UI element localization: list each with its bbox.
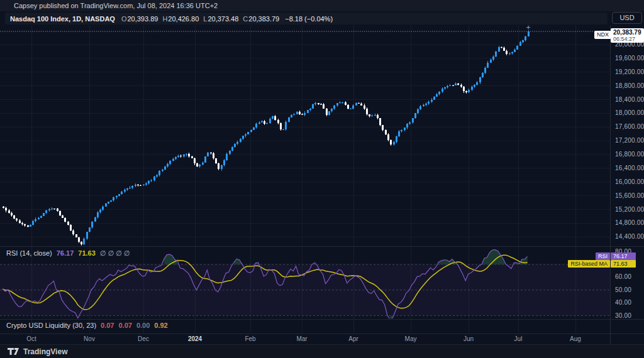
time-tick: Aug (562, 335, 589, 342)
price-tick: 16,000.00 (615, 178, 644, 186)
symbol-axis-label: NDX (594, 31, 611, 39)
rsi-name-badge: RSI (596, 252, 610, 260)
time-tick: May (397, 335, 425, 342)
price-axis[interactable]: 20,000.0019,600.0019,200.0018,800.0018,4… (610, 25, 644, 344)
ohlc-pair: H20,426.80 (162, 15, 199, 23)
symbol-legend: Nasdaq 100 Index, 1D, NASDAQ O20,393.89H… (5, 13, 608, 24)
time-tick: Jul (504, 335, 532, 342)
liquidity-value: 0.00 (136, 322, 150, 329)
time-tick: Apr (340, 335, 367, 342)
rsi-tick: 60.00 (615, 273, 631, 281)
price-tick: 16,800.00 (615, 151, 644, 158)
currency-button[interactable]: USD (612, 12, 642, 24)
price-tick: 19,200.00 (615, 68, 644, 76)
time-tick: Feb (236, 335, 264, 342)
last-price-label: 20,383.79 06:54:27 (611, 28, 644, 43)
price-tick: 15,200.00 (615, 206, 644, 214)
rsi-value: ∅ ∅ ∅ ∅ (100, 249, 130, 257)
rsi-title[interactable]: RSI (14, close) (6, 249, 52, 257)
rsi-values: 76.1771.63∅ ∅ ∅ ∅ (52, 249, 130, 257)
liquidity-value: 0.07 (118, 322, 131, 329)
chart-canvas[interactable] (0, 0, 644, 358)
ohlc-pair: L20,373.48 (203, 15, 238, 23)
price-tick: 14,400.00 (615, 233, 644, 241)
footer-bar: TradingView (0, 344, 644, 358)
price-tick: 17,200.00 (615, 137, 644, 144)
tradingview-logo-icon[interactable] (8, 348, 19, 355)
price-tick: 19,600.00 (615, 55, 644, 62)
liquidity-legend: Crypto USD Liquidity (30, 23)0.070.070.0… (6, 322, 168, 329)
pane-separator[interactable] (0, 319, 644, 320)
rsi-tick: 50.00 (615, 286, 631, 294)
symbol-title[interactable]: Nasdaq 100 Index, 1D, NASDAQ (10, 15, 115, 23)
time-tick: Nov (75, 335, 103, 342)
time-tick: Oct (18, 335, 45, 342)
tradingview-chart-window: Capsey published on TradingView.com, Jul… (0, 0, 644, 358)
liquidity-values: 0.070.070.000.92 (96, 322, 168, 329)
ohlc-pair: C20,383.79 (243, 15, 279, 23)
rsi-tick: 40.00 (615, 299, 631, 306)
price-tick: 18,400.00 (615, 96, 644, 104)
ohlc-pair: O20,393.89 (121, 15, 158, 23)
time-tick: 2024 (181, 335, 209, 342)
time-tick: Dec (130, 335, 157, 342)
liquidity-value: 0.07 (101, 322, 114, 329)
price-tick: 14,800.00 (615, 219, 644, 227)
pane-separator[interactable] (0, 246, 644, 247)
publication-text: Capsey published on TradingView.com, Jul… (14, 2, 218, 9)
rsi-legend: RSI (14, close)76.1771.63∅ ∅ ∅ ∅ (6, 249, 130, 258)
rsi-tick: 30.00 (615, 312, 631, 320)
publication-bar: Capsey published on TradingView.com, Jul… (0, 0, 644, 11)
time-axis[interactable]: OctNovDec2024FebMarAprMayJunJulAug (0, 334, 644, 344)
ohlc-values: O20,393.89H20,426.80L20,373.48C20,383.79 (121, 15, 284, 23)
rsi-ma-value-badge: 71.63 (611, 260, 636, 268)
liquidity-value: 0.92 (154, 322, 167, 329)
rsi-ma-name-badge: RSI-based MA (568, 260, 610, 268)
rsi-value: 71.63 (78, 249, 96, 257)
price-tick: 15,600.00 (615, 192, 644, 200)
price-tick: 16,400.00 (615, 165, 644, 172)
rsi-value: 76.17 (57, 249, 74, 257)
price-tick: 18,800.00 (615, 82, 644, 90)
last-price-value: 20,383.79 (613, 29, 641, 36)
brand-text[interactable]: TradingView (23, 347, 67, 356)
price-tick: 18,000.00 (615, 109, 644, 117)
bar-countdown: 06:54:27 (613, 36, 641, 42)
rsi-value-badge: 76.17 (611, 252, 636, 260)
change-value: −8.18 (−0.04%) (285, 15, 333, 23)
time-tick: Jun (455, 335, 482, 342)
time-tick: Mar (288, 335, 316, 342)
price-tick: 17,600.00 (615, 123, 644, 131)
liquidity-title[interactable]: Crypto USD Liquidity (30, 23) (6, 322, 96, 329)
